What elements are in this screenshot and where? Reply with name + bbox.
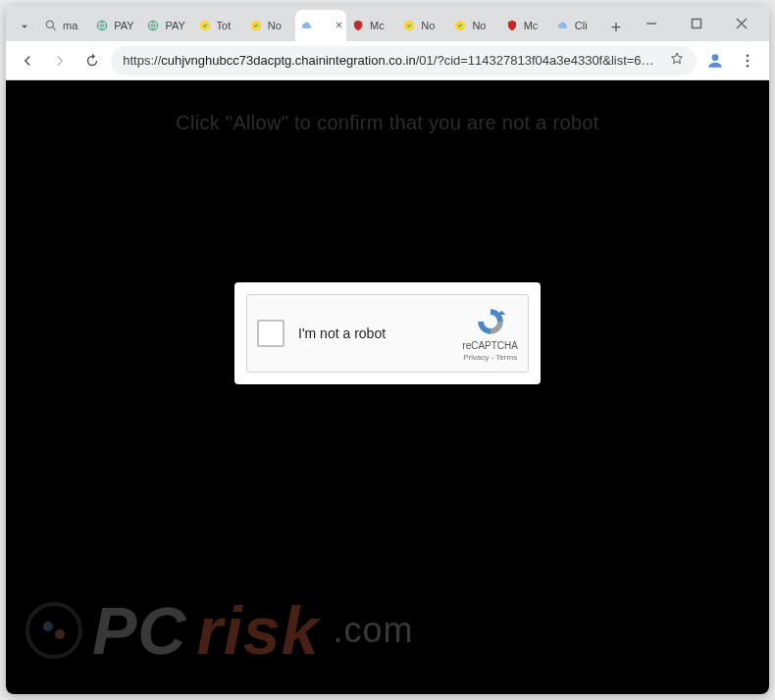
tab-search-dropdown[interactable]: [10, 12, 39, 41]
minimize-icon: [646, 18, 657, 29]
tab-label: PAY: [165, 20, 188, 31]
svg-rect-9: [693, 20, 701, 28]
watermark: PCrisk.com: [26, 592, 413, 669]
new-tab-button[interactable]: +: [602, 14, 630, 41]
svg-line-1: [53, 27, 56, 30]
url-text: https://cuhjvnghubcc73dacptg.chainintegr…: [123, 53, 661, 68]
tab-7[interactable]: No: [397, 10, 448, 41]
tab-label: Mc: [370, 20, 393, 31]
globe-icon: [94, 18, 110, 33]
address-bar[interactable]: https://cuhjvnghubcc73dacptg.chainintegr…: [111, 46, 697, 75]
tab-label: No: [421, 20, 444, 31]
shield-red-icon: [350, 18, 366, 33]
page-prompt-text: Click "Allow" to confirm that you are no…: [6, 112, 769, 134]
toolbar: https://cuhjvnghubcc73dacptg.chainintegr…: [6, 41, 769, 80]
tab-9[interactable]: Mc: [500, 10, 551, 41]
captcha-terms-link[interactable]: Terms: [495, 353, 517, 362]
svg-point-18: [55, 629, 65, 639]
bookmark-star-icon[interactable]: [669, 51, 685, 70]
tab-label: No: [268, 20, 291, 31]
captcha-brand: reCAPTCHA Privacy - Terms: [462, 305, 518, 362]
tab-1[interactable]: PAY: [90, 10, 141, 41]
svg-point-15: [747, 64, 749, 67]
tab-0[interactable]: ma: [39, 10, 90, 41]
chevron-down-icon: [18, 20, 31, 33]
profile-icon: [705, 51, 725, 71]
menu-button[interactable]: [735, 46, 761, 75]
svg-point-12: [712, 54, 719, 61]
svg-point-14: [747, 59, 749, 62]
tab-6[interactable]: Mc: [346, 10, 397, 41]
url-path: /01/?cid=114327813f04a3e4330f&list=6&ext…: [416, 53, 661, 68]
browser-window: ma PAY PAY Tot No: [6, 6, 769, 694]
watermark-risk: risk: [196, 592, 319, 669]
tab-5-active[interactable]: ×: [295, 10, 346, 41]
maximize-icon: [691, 18, 702, 29]
svg-point-17: [43, 622, 53, 631]
window-minimize[interactable]: [630, 9, 673, 38]
watermark-pc: PC: [92, 592, 186, 669]
globe-icon: [145, 18, 161, 33]
tab-10[interactable]: Cli: [551, 10, 602, 41]
window-close[interactable]: [720, 9, 763, 38]
captcha-links: Privacy - Terms: [463, 353, 517, 362]
shield-red-icon: [504, 18, 520, 33]
arrow-right-icon: [51, 52, 69, 70]
recaptcha-icon: [474, 305, 507, 338]
reload-icon: [83, 52, 101, 70]
shield-yellow-icon: [401, 18, 417, 33]
watermark-logo-icon: [26, 602, 82, 659]
tab-label: Tot: [217, 20, 240, 31]
svg-point-0: [46, 21, 53, 27]
tab-label: Mc: [524, 20, 547, 31]
captcha-label: I'm not a robot: [298, 325, 462, 341]
captcha-privacy-link[interactable]: Privacy: [463, 353, 489, 362]
captcha-checkbox[interactable]: [257, 320, 284, 347]
window-maximize[interactable]: [675, 9, 718, 38]
captcha-widget: I'm not a robot reCAPTCHA Privacy - Term…: [246, 294, 529, 373]
captcha-card: I'm not a robot reCAPTCHA Privacy - Term…: [234, 282, 541, 384]
arrow-left-icon: [19, 52, 36, 70]
kebab-icon: [739, 52, 756, 70]
url-scheme: https://: [123, 53, 161, 68]
shield-yellow-icon: [452, 18, 468, 33]
close-icon: [736, 18, 748, 29]
tab-3[interactable]: Tot: [193, 10, 244, 41]
tab-4[interactable]: No: [244, 10, 295, 41]
tab-label: ma: [63, 20, 86, 31]
search-icon: [43, 18, 59, 33]
page-viewport: Click "Allow" to confirm that you are no…: [6, 80, 769, 694]
forward-button[interactable]: [46, 46, 73, 75]
tab-8[interactable]: No: [448, 10, 499, 41]
svg-point-13: [747, 54, 749, 57]
url-host: cuhjvnghubcc73dacptg.chainintegration.co…: [161, 53, 415, 68]
cloud-icon: [299, 18, 315, 33]
back-button[interactable]: [14, 46, 40, 75]
cloud-icon: [555, 18, 571, 33]
tab-label: No: [472, 20, 495, 31]
watermark-dom: .com: [333, 610, 413, 651]
close-tab-icon[interactable]: ×: [336, 19, 342, 32]
tab-label: Cli: [575, 20, 598, 31]
shield-yellow-icon: [248, 18, 264, 33]
reload-button[interactable]: [78, 46, 105, 75]
shield-yellow-icon: [197, 18, 213, 33]
profile-button[interactable]: [702, 46, 729, 75]
tab-label: PAY: [114, 20, 137, 31]
tab-2[interactable]: PAY: [141, 10, 192, 41]
captcha-brand-name: reCAPTCHA: [462, 340, 518, 351]
tab-strip: ma PAY PAY Tot No: [6, 6, 769, 41]
window-controls: [630, 6, 763, 41]
